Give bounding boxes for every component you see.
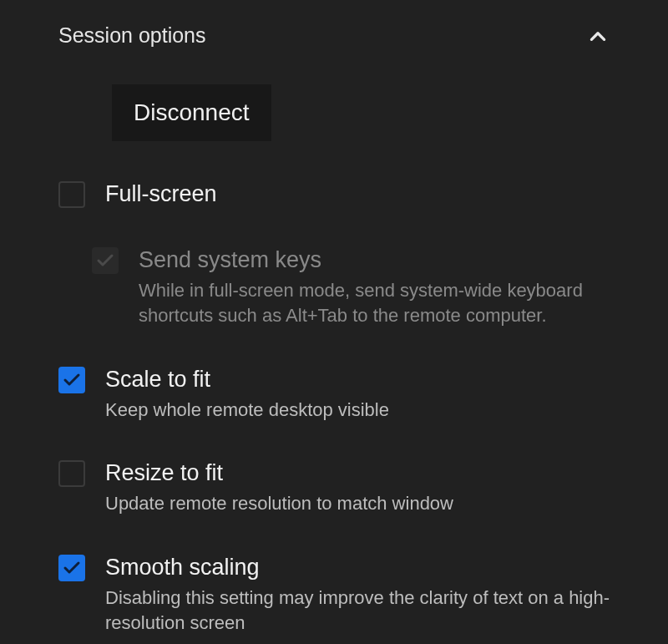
option-scale-to-fit: Scale to fit Keep whole remote desktop v… <box>38 365 630 423</box>
option-text: Scale to fit Keep whole remote desktop v… <box>105 365 630 423</box>
scale-to-fit-label: Scale to fit <box>105 365 613 394</box>
send-system-keys-desc: While in full-screen mode, send system-w… <box>139 278 613 327</box>
option-text: Smooth scaling Disabling this setting ma… <box>105 553 630 635</box>
option-text: Send system keys While in full-screen mo… <box>139 246 630 327</box>
resize-to-fit-checkbox[interactable] <box>58 460 85 487</box>
resize-to-fit-desc: Update remote resolution to match window <box>105 491 613 516</box>
option-resize-to-fit: Resize to fit Update remote resolution t… <box>38 459 630 516</box>
fullscreen-checkbox[interactable] <box>58 181 85 208</box>
scale-to-fit-checkbox[interactable] <box>58 367 85 393</box>
send-system-keys-checkbox[interactable] <box>92 247 119 274</box>
option-smooth-scaling: Smooth scaling Disabling this setting ma… <box>38 553 630 635</box>
resize-to-fit-label: Resize to fit <box>105 459 613 488</box>
panel-title: Session options <box>58 23 206 48</box>
smooth-scaling-label: Smooth scaling <box>105 553 613 582</box>
disconnect-button[interactable]: Disconnect <box>112 84 271 141</box>
scale-to-fit-desc: Keep whole remote desktop visible <box>105 398 613 423</box>
option-send-system-keys: Send system keys While in full-screen mo… <box>38 246 630 327</box>
smooth-scaling-desc: Disabling this setting may improve the c… <box>105 586 613 635</box>
option-fullscreen: Full-screen <box>38 180 630 209</box>
smooth-scaling-checkbox[interactable] <box>58 555 85 581</box>
fullscreen-label: Full-screen <box>105 180 613 209</box>
send-system-keys-label: Send system keys <box>139 246 613 275</box>
option-text: Full-screen <box>105 180 630 209</box>
chevron-up-icon[interactable] <box>586 24 610 48</box>
panel-header[interactable]: Session options <box>38 23 630 48</box>
option-text: Resize to fit Update remote resolution t… <box>105 459 630 516</box>
session-options-panel: Session options Disconnect Full-screen S… <box>0 0 668 636</box>
